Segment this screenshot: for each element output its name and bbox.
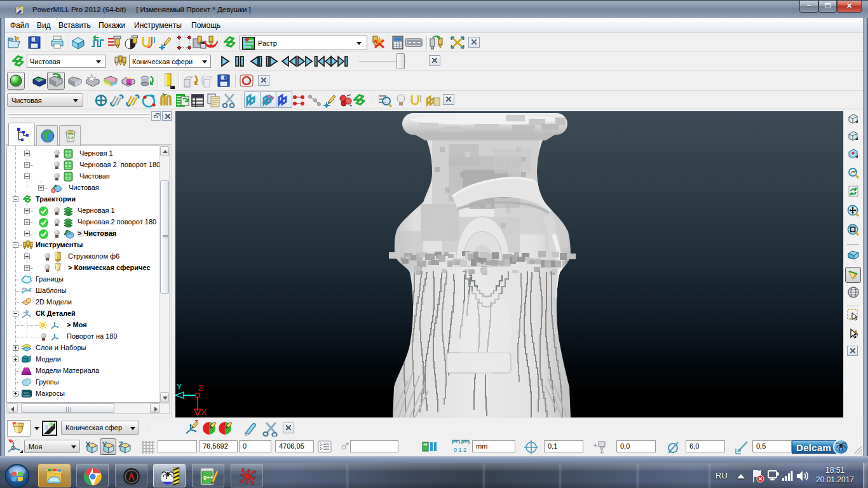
- svg-text:Y: Y: [102, 440, 107, 449]
- svg-text:Y: Y: [177, 383, 182, 391]
- svg-text:Z: Z: [118, 440, 123, 449]
- svg-text:X: X: [85, 440, 91, 449]
- svg-text:0 1 2: 0 1 2: [454, 447, 466, 453]
- svg-text:X: X: [201, 408, 207, 417]
- svg-text:Z: Z: [198, 384, 203, 393]
- svg-text:0++: 0++: [203, 475, 214, 481]
